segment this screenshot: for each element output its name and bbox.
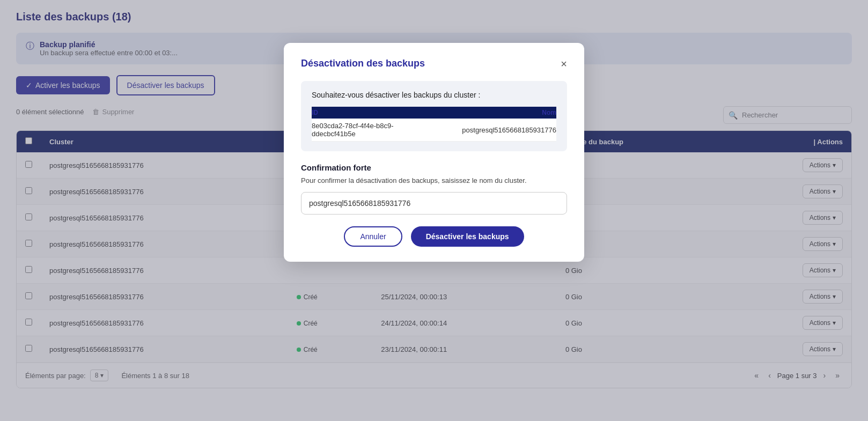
modal-header-id: ID (312, 107, 430, 119)
modal-header: Désactivation des backups × (301, 58, 567, 69)
modal-header-name: Nom (430, 107, 556, 119)
confirm-cluster-name-input[interactable] (301, 192, 567, 215)
deactivate-button[interactable]: Désactiver les backups (411, 226, 524, 247)
modal-info-box: Souhaitez-vous désactiver les backups du… (301, 81, 567, 151)
modal-cluster-row: 8e03cda2-78cf-4f4e-b8c9-ddecbcf41b5e pos… (312, 119, 556, 142)
modal-footer: Annuler Désactiver les backups (301, 226, 567, 247)
deactivation-modal: Désactivation des backups × Souhaitez-vo… (284, 43, 584, 262)
modal-question: Souhaitez-vous désactiver les backups du… (312, 91, 556, 99)
modal-close-button[interactable]: × (561, 58, 567, 69)
modal-cluster-name: postgresql5165668185931776 (430, 119, 556, 142)
confirm-title: Confirmation forte (301, 163, 567, 172)
confirm-text: Pour confirmer la désactivation des back… (301, 176, 567, 184)
modal-cluster-table: ID Nom 8e03cda2-78cf-4f4e-b8c9-ddecbcf41… (312, 107, 556, 142)
modal-cluster-id: 8e03cda2-78cf-4f4e-b8c9-ddecbcf41b5e (312, 119, 430, 142)
confirmation-section: Confirmation forte Pour confirmer la dés… (301, 163, 567, 226)
modal-overlay: Désactivation des backups × Souhaitez-vo… (0, 0, 868, 421)
cancel-button[interactable]: Annuler (344, 226, 402, 247)
page-container: Liste des backups (18) ⓘ Backup planifié… (0, 0, 868, 421)
modal-title: Désactivation des backups (301, 58, 425, 69)
